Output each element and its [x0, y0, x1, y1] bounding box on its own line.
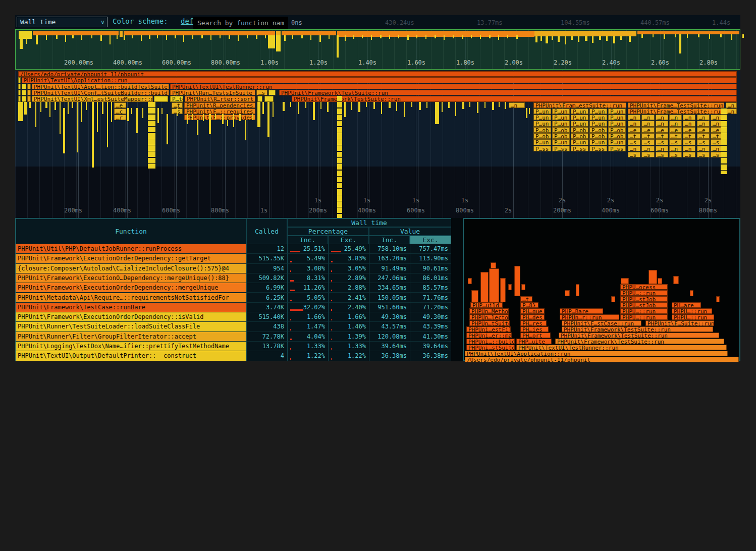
flame-frame[interactable]: PHPUnit\F…::requires: [184, 108, 255, 114]
flame-frame[interactable]: …e: [669, 127, 682, 133]
col-header-value-inc[interactable]: Inc.: [369, 236, 410, 244]
callee-frame[interactable]: PHPUnit\Framework\TestSuite::run: [555, 339, 724, 344]
flame-frame[interactable]: …n: [641, 115, 654, 120]
flame-frame[interactable]: P…un: [608, 108, 626, 114]
callee-frame[interactable]: …t: [520, 296, 532, 302]
flame-frame[interactable]: PHPUnit\TextUI\Appl…tion::buildTestSuite: [32, 84, 169, 89]
cell-called[interactable]: 72.78K: [246, 332, 287, 342]
cell-value-inc[interactable]: 758.10ms: [369, 244, 410, 254]
flame-frame[interactable]: …s: [669, 152, 682, 157]
callee-frame[interactable]: P…8}: [520, 302, 538, 308]
callee-frame[interactable]: PHPUni…stSuite: [466, 345, 515, 350]
flame-frame[interactable]: P…un: [571, 115, 588, 120]
callee-frame[interactable]: PHPUnit\TextUI\TestRunner::run: [516, 345, 727, 350]
cell-function[interactable]: PHPUnit\Framework\ExecutionO…Dependency:…: [16, 273, 246, 283]
cell-perc-exc[interactable]: 1.66%: [328, 312, 369, 322]
flame-frame[interactable]: P…un: [608, 121, 626, 126]
cell-function[interactable]: PHPUnit\Util\PHP\DefaultJobRunner::runPr…: [16, 244, 246, 254]
flame-frame[interactable]: P…ob: [608, 133, 626, 139]
cell-perc-exc[interactable]: 1.22%: [328, 351, 369, 361]
col-header-called[interactable]: Called: [246, 218, 287, 244]
flame-frame[interactable]: P…un: [552, 139, 570, 145]
cell-called[interactable]: 515.35K: [246, 254, 287, 263]
cell-perc-exc[interactable]: 25.49%: [328, 244, 369, 254]
flame-frame[interactable]: PHPUnit\F…::provides: [184, 115, 255, 120]
cell-value-exc[interactable]: 90.61ms: [410, 264, 451, 273]
flame-frame[interactable]: PHPUnit\Fram…estSuite::run: [533, 102, 626, 108]
flame-frame[interactable]: …n: [726, 108, 737, 114]
flame-frame[interactable]: …n: [683, 121, 695, 126]
flame-frame[interactable]: /Users/edo/private/phpunit-11/phpunit: [18, 71, 737, 77]
flame-frame[interactable]: …n: [628, 121, 640, 126]
flame-frame[interactable]: …e: [114, 102, 126, 108]
callee-frame[interactable]: PHPUn…lector: [469, 314, 509, 320]
flame-frame[interactable]: …t: [628, 133, 640, 139]
flame-frame[interactable]: …s: [669, 139, 682, 145]
cell-called[interactable]: 438: [246, 322, 287, 332]
flame-frame[interactable]: P…te: [170, 96, 183, 101]
metric-select[interactable]: Wall time ∨: [17, 17, 107, 27]
flame-frame[interactable]: P…un: [571, 139, 588, 145]
cell-value-exc[interactable]: 39.64ms: [410, 342, 451, 351]
flame-frame[interactable]: …t: [669, 133, 682, 139]
flame-frame[interactable]: …s: [256, 90, 267, 95]
flame-frame[interactable]: PHPUnit\TextUI\TestRunner::run: [170, 84, 737, 89]
cell-perc-inc[interactable]: 5.05%: [287, 293, 328, 303]
flame-frame[interactable]: PHPUnit\TextUI\Xml…estSuiteMapper::map: [32, 96, 153, 101]
callee-frame[interactable]: PHPU…::run: [620, 314, 668, 320]
flame-frame[interactable]: PHPUnit\Frame…TestSuite::run: [628, 108, 724, 114]
cell-value-exc[interactable]: 757.47ms: [410, 244, 451, 254]
cell-perc-exc[interactable]: 3.83%: [328, 254, 369, 263]
callee-frame[interactable]: PHPUnit\TextUI\Application::run: [465, 351, 728, 356]
flame-frame[interactable]: P…ss: [589, 146, 607, 151]
cell-value-exc[interactable]: 41.30ms: [410, 332, 451, 342]
flame-frame[interactable]: P…un: [589, 115, 607, 120]
cell-called[interactable]: 13.78K: [246, 342, 287, 351]
flame-frame[interactable]: …n: [669, 146, 682, 151]
cell-value-inc[interactable]: 334.65ms: [369, 283, 410, 293]
flame-frame[interactable]: …n: [641, 121, 654, 126]
cell-perc-inc[interactable]: 4.04%: [287, 332, 328, 342]
cell-function[interactable]: PHPUnit\Runner\Filter\GroupFilterIterato…: [16, 332, 246, 342]
flame-frame[interactable]: P…un: [589, 121, 607, 126]
callee-frame[interactable]: PH…are: [672, 302, 701, 308]
col-header-function[interactable]: Function: [16, 218, 246, 244]
callee-frame[interactable]: PH…ies: [520, 326, 549, 332]
flame-frame[interactable]: …t: [683, 133, 695, 139]
cell-called[interactable]: 6.99K: [246, 283, 287, 293]
cell-value-exc[interactable]: 71.76ms: [410, 293, 451, 303]
flame-frame[interactable]: P…un: [533, 121, 551, 126]
flame-frame[interactable]: P…un: [533, 108, 551, 114]
cell-perc-exc[interactable]: 1.39%: [328, 332, 369, 342]
flame-frame[interactable]: …n: [669, 115, 682, 120]
flame-frame[interactable]: …t: [656, 133, 668, 139]
flame-frame[interactable]: …s: [683, 139, 695, 145]
cell-called[interactable]: 3.74K: [246, 303, 287, 312]
cell-called[interactable]: 4: [246, 351, 287, 361]
cell-function[interactable]: PHPUnit\Metadata\Api\Require…::requireme…: [16, 293, 246, 303]
cell-value-inc[interactable]: 951.60ms: [369, 303, 410, 312]
callee-frame[interactable]: PHPU…ocess: [620, 284, 668, 290]
flame-frame[interactable]: …n: [628, 146, 640, 151]
cell-value-exc[interactable]: 36.38ms: [410, 351, 451, 361]
flame-frame[interactable]: …s: [628, 139, 640, 145]
flame-frame[interactable]: …s: [683, 152, 695, 157]
callee-frame[interactable]: PH…ort: [520, 333, 551, 338]
flame-frame[interactable]: …n: [683, 115, 695, 120]
flame-frame[interactable]: …n: [697, 121, 710, 126]
cell-value-inc[interactable]: 36.38ms: [369, 351, 410, 361]
cell-perc-inc[interactable]: 32.02%: [287, 303, 328, 312]
callee-frame[interactable]: PHPU…stJob: [620, 302, 668, 308]
col-header-value[interactable]: Value: [369, 227, 451, 236]
callee-frame[interactable]: PHPU…::run: [620, 290, 668, 296]
flame-frame[interactable]: P…un: [608, 139, 626, 145]
callee-frame[interactable]: PHPU…::run: [620, 308, 668, 314]
cell-value-exc[interactable]: 113.90ms: [410, 254, 451, 263]
col-header-percentage[interactable]: Percentage: [287, 227, 369, 236]
cell-value-inc[interactable]: 39.64ms: [369, 342, 410, 351]
cell-called[interactable]: 12: [246, 244, 287, 254]
callee-frame[interactable]: PHPUnit\Framework\TestSuite::run: [562, 326, 713, 332]
callee-frame[interactable]: PHPUn…r::run: [560, 314, 619, 320]
flame-frame[interactable]: P…un: [552, 115, 570, 120]
cell-called[interactable]: 515.40K: [246, 312, 287, 322]
